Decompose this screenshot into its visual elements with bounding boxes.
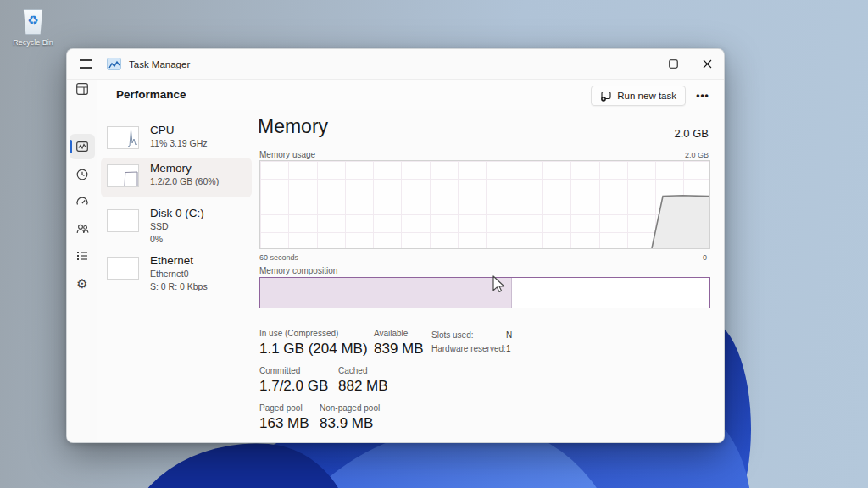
stat-value: 83.9 MB <box>320 415 380 432</box>
stat-label: Hardware reserved: <box>431 344 506 353</box>
perf-item-stats: 1.2/2.0 GB (60%) <box>150 175 219 187</box>
stat-label: Slots used: <box>431 330 506 340</box>
disk-mini-graph <box>107 209 139 232</box>
stat-label: Available <box>374 329 424 338</box>
stat-value: 1 <box>506 344 511 353</box>
memory-usage-area <box>260 161 709 248</box>
nav-rail: ⚙ ⚙ <box>67 80 97 442</box>
perf-item-title: Memory <box>150 162 219 175</box>
recycle-bin-icon: ♻ <box>21 7 45 36</box>
cpu-mini-graph <box>107 126 139 149</box>
memory-usage-max-label: 2.0 GB <box>685 151 709 159</box>
recycle-bin-shortcut[interactable]: ♻ Recycle Bin <box>7 7 59 47</box>
sidebar-item-app-history[interactable] <box>70 162 95 187</box>
sidebar-item-processes[interactable] <box>70 76 95 102</box>
perf-list-item-cpu[interactable]: CPU 11% 3.19 GHz <box>101 119 252 158</box>
sidebar-item-services[interactable]: ⚙ <box>70 270 95 296</box>
maximize-button[interactable] <box>656 49 690 79</box>
performance-icon <box>75 140 89 153</box>
minimize-icon <box>635 59 644 69</box>
stat-value: 1.1 GB (204 MB) <box>259 341 368 358</box>
stat-value: 882 MB <box>338 378 388 395</box>
sidebar-item-startup-apps[interactable] <box>70 189 95 214</box>
details-icon <box>75 249 89 263</box>
sidebar-item-users[interactable] <box>70 216 95 241</box>
minimize-button[interactable] <box>622 49 656 79</box>
memory-usage-chart[interactable] <box>259 160 710 249</box>
x-axis-left-label: 60 seconds <box>259 253 298 262</box>
detail-title: Memory <box>258 115 328 138</box>
more-options-icon: ••• <box>696 90 709 102</box>
perf-item-title: Disk 0 (C:) <box>150 207 204 219</box>
page-title: Performance <box>116 88 186 101</box>
perf-item-title: Ethernet <box>150 254 208 267</box>
memory-mini-graph <box>107 164 139 187</box>
close-button[interactable] <box>690 49 724 79</box>
run-new-task-icon <box>600 90 612 102</box>
stat-committed: Committed 1.7/2.0 GB <box>259 366 328 395</box>
memory-composition-bar[interactable] <box>259 277 710 308</box>
more-options-button[interactable]: ••• <box>692 86 714 106</box>
perf-item-type: SSD <box>150 220 204 232</box>
selected-accent-bar <box>70 140 72 153</box>
recycle-bin-label: Recycle Bin <box>7 38 59 47</box>
stat-in-use: In use (Compressed) 1.1 GB (204 MB) <box>259 329 368 358</box>
services-icon: ⚙ <box>76 277 87 290</box>
processes-icon <box>75 82 89 96</box>
memory-composition-label: Memory composition <box>259 266 337 275</box>
stat-paged-pool: Paged pool 163 MB <box>259 403 309 432</box>
sidebar-item-details[interactable] <box>70 243 95 269</box>
app-history-icon <box>75 168 89 181</box>
hardware-side-stats: Slots used: N Hardware reserved: 1 <box>431 330 512 358</box>
stat-value: 1.7/2.0 GB <box>259 378 328 395</box>
desktop: ♻ Recycle Bin Task Manager <box>0 0 868 488</box>
mouse-cursor-icon <box>488 274 509 294</box>
close-icon <box>703 59 712 69</box>
stat-value: 163 MB <box>259 415 309 432</box>
stat-value: 839 MB <box>374 341 424 358</box>
users-icon <box>75 222 89 236</box>
task-manager-window: Task Manager <box>66 48 725 443</box>
maximize-icon <box>669 59 678 69</box>
stat-non-paged-pool: Non-paged pool 83.9 MB <box>320 403 380 432</box>
task-manager-app-icon <box>107 58 121 70</box>
x-axis-right-label: 0 <box>703 253 707 262</box>
perf-item-stats: 0% <box>150 233 204 245</box>
stat-cached: Cached 882 MB <box>338 366 388 395</box>
stat-label: Committed <box>259 366 328 375</box>
perf-item-stats: S: 0 R: 0 Kbps <box>150 280 208 292</box>
sidebar-item-performance[interactable] <box>70 134 95 159</box>
memory-in-use-segment[interactable] <box>260 278 512 308</box>
stat-label: Non-paged pool <box>320 403 380 413</box>
perf-item-stats: 11% 3.19 GHz <box>150 137 208 149</box>
hamburger-menu-icon[interactable] <box>73 53 98 75</box>
ethernet-mini-graph <box>107 257 139 280</box>
run-new-task-button[interactable]: Run new task <box>591 86 686 106</box>
perf-list-item-disk[interactable]: Disk 0 (C:) SSD 0% <box>101 202 252 248</box>
memory-capacity: 2.0 GB <box>675 127 709 140</box>
stat-available: Available 839 MB <box>374 329 424 358</box>
perf-list-item-memory[interactable]: Memory 1.2/2.0 GB (60%) <box>101 158 252 197</box>
stat-value: N <box>506 330 512 340</box>
stat-label: Paged pool <box>259 403 309 413</box>
content-header: Performance Run new task ••• <box>97 80 724 110</box>
perf-item-title: CPU <box>150 124 208 136</box>
startup-apps-icon <box>75 195 89 208</box>
perf-item-adapter: Ethernet0 <box>150 268 208 280</box>
window-title: Task Manager <box>129 59 190 69</box>
stat-label: In use (Compressed) <box>259 329 368 338</box>
perf-list-item-ethernet[interactable]: Ethernet Ethernet0 S: 0 R: 0 Kbps <box>101 250 252 297</box>
stat-label: Cached <box>338 366 388 375</box>
titlebar[interactable]: Task Manager <box>67 49 724 80</box>
memory-usage-label: Memory usage <box>259 150 315 159</box>
run-new-task-label: Run new task <box>617 91 676 101</box>
